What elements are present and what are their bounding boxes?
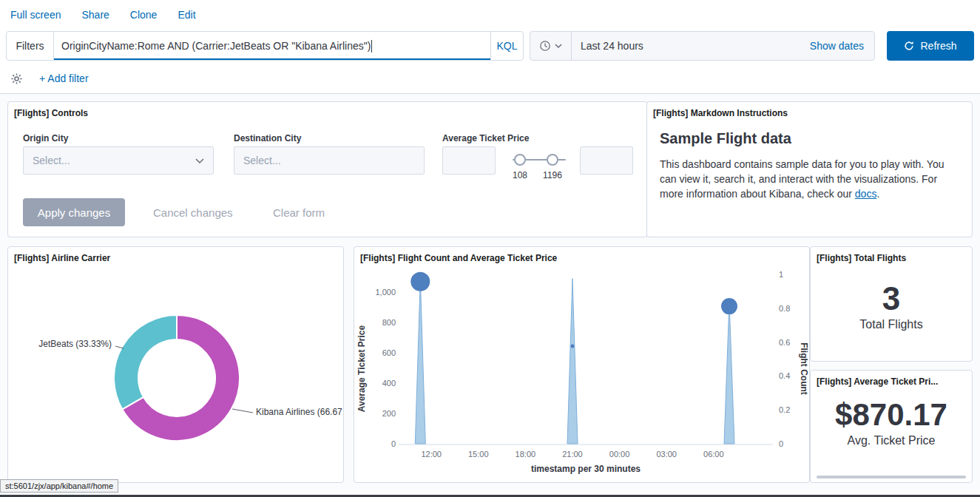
chevron-down-icon [195, 158, 204, 163]
svg-text:0.6: 0.6 [779, 338, 790, 347]
apply-changes-button[interactable]: Apply changes [23, 198, 125, 226]
browser-status-url: st:5601/zjx/app/kibana#/home [0, 479, 118, 493]
svg-text:Kibana Airlines (66.67: Kibana Airlines (66.67 [256, 407, 342, 417]
svg-text:0.2: 0.2 [779, 405, 790, 414]
share-link[interactable]: Share [81, 9, 109, 21]
panel-title: [Flights] Total Flights [811, 247, 972, 263]
svg-text:0: 0 [779, 439, 783, 448]
panel-markdown-instructions: [Flights] Markdown Instructions Sample F… [646, 101, 973, 237]
chevron-down-icon [555, 44, 562, 48]
text-caret [371, 40, 372, 53]
origin-city-select[interactable]: Select... [23, 146, 214, 175]
markdown-heading: Sample Flight data [660, 130, 791, 147]
avg-ticket-price-label: Avg. Ticket Price [811, 434, 972, 447]
panel-title: [Flights] Average Ticket Pri... [811, 371, 972, 387]
svg-text:0.4: 0.4 [779, 371, 790, 380]
refresh-label: Refresh [920, 40, 956, 52]
time-range-label[interactable]: Last 24 hours [572, 40, 643, 52]
svg-text:1: 1 [779, 270, 783, 279]
dashboard-grid: [Flights] Controls Origin City Select...… [0, 94, 980, 495]
edit-link[interactable]: Edit [178, 9, 195, 21]
donut-chart[interactable]: Kibana Airlines (66.67JetBeats (33.33%) [8, 268, 343, 482]
average-ticket-price-label: Average Ticket Price [442, 133, 529, 143]
svg-text:1,000: 1,000 [375, 288, 396, 297]
panel-airline-carrier: [Flights] Airline Carrier Kibana Airline… [7, 246, 344, 483]
query-input-group: Filters OriginCityName:Rome AND (Carrier… [6, 31, 524, 61]
time-picker-toggle[interactable] [530, 32, 572, 60]
svg-text:600: 600 [382, 348, 396, 357]
query-bar: Filters OriginCityName:Rome AND (Carrier… [6, 31, 974, 61]
panel-title: [Flights] Controls [8, 102, 647, 118]
price-max-input[interactable] [580, 146, 633, 175]
kibana-dashboard-page: { "topnav": { "links": ["Full screen", "… [0, 0, 980, 497]
svg-text:0: 0 [391, 439, 396, 448]
timeseries-chart[interactable]: 02004006008001,00000.20.40.60.8112:0015:… [354, 268, 809, 482]
clone-link[interactable]: Clone [130, 9, 158, 21]
svg-text:18:00: 18:00 [516, 450, 536, 459]
markdown-text-2: . [876, 188, 879, 200]
origin-city-placeholder: Select... [33, 155, 70, 166]
svg-text:03:00: 03:00 [656, 450, 677, 459]
svg-text:800: 800 [382, 318, 396, 327]
svg-text:200: 200 [382, 409, 396, 418]
svg-text:Average Ticket Price: Average Ticket Price [356, 325, 367, 412]
gear-icon[interactable] [10, 72, 23, 85]
svg-text:400: 400 [382, 379, 396, 388]
clock-icon [539, 40, 551, 52]
destination-city-label: Destination City [234, 133, 301, 143]
panel-flights-controls: [Flights] Controls Origin City Select...… [7, 101, 648, 237]
svg-text:00:00: 00:00 [609, 450, 630, 459]
panel-title: [Flights] Flight Count and Average Ticke… [354, 247, 809, 263]
filter-row: + Add filter [0, 64, 980, 94]
price-max-value: 1196 [538, 170, 567, 180]
panel-flight-count-price: [Flights] Flight Count and Average Ticke… [354, 246, 810, 483]
top-navigation: Full screen Share Clone Edit [0, 0, 196, 30]
svg-text:21:00: 21:00 [562, 450, 583, 459]
add-filter-link[interactable]: + Add filter [39, 72, 89, 84]
panel-scrollbar[interactable] [817, 476, 966, 479]
total-flights-label: Total Flights [811, 318, 972, 331]
search-query-input[interactable]: OriginCityName:Rome AND (Carrier:JetBeat… [54, 32, 490, 60]
panel-average-ticket-price: [Flights] Average Ticket Pri... $870.17 … [810, 370, 973, 483]
destination-city-placeholder: Select... [243, 155, 281, 166]
cancel-changes-button[interactable]: Cancel changes [149, 198, 237, 226]
svg-text:15:00: 15:00 [468, 450, 489, 459]
filters-dropdown-button[interactable]: Filters [7, 32, 54, 60]
refresh-icon [904, 41, 914, 51]
total-flights-value: 3 [811, 280, 972, 318]
svg-text:12:00: 12:00 [421, 450, 442, 459]
panel-title: [Flights] Airline Carrier [8, 247, 343, 263]
query-text: OriginCityName:Rome AND (Carrier:JetBeat… [61, 40, 371, 52]
time-picker: Last 24 hours Show dates [530, 31, 875, 61]
markdown-body: This dashboard contains sample data for … [660, 157, 956, 201]
show-dates-link[interactable]: Show dates [810, 40, 874, 52]
full-screen-link[interactable]: Full screen [10, 9, 61, 21]
clear-form-button[interactable]: Clear form [268, 198, 329, 226]
svg-text:timestamp per 30 minutes: timestamp per 30 minutes [531, 464, 641, 474]
kql-button[interactable]: KQL [490, 32, 523, 60]
price-min-value: 108 [508, 170, 532, 180]
svg-text:JetBeats (33.33%): JetBeats (33.33%) [38, 339, 112, 349]
price-slider-handle-min[interactable] [514, 154, 526, 166]
svg-text:06:00: 06:00 [703, 450, 724, 459]
markdown-text-1: This dashboard contains sample data for … [660, 158, 944, 200]
destination-city-select[interactable]: Select... [234, 146, 425, 175]
panel-total-flights: [Flights] Total Flights 3 Total Flights [810, 246, 973, 362]
price-slider-handle-max[interactable] [547, 154, 558, 166]
panel-title: [Flights] Markdown Instructions [647, 102, 972, 118]
docs-link[interactable]: docs [855, 188, 877, 200]
refresh-button[interactable]: Refresh [887, 31, 974, 61]
svg-text:Flight Count: Flight Count [799, 342, 809, 395]
svg-text:0.8: 0.8 [779, 304, 790, 313]
avg-ticket-price-value: $870.17 [811, 396, 972, 434]
price-min-input[interactable] [442, 146, 496, 175]
origin-city-label: Origin City [23, 133, 68, 143]
